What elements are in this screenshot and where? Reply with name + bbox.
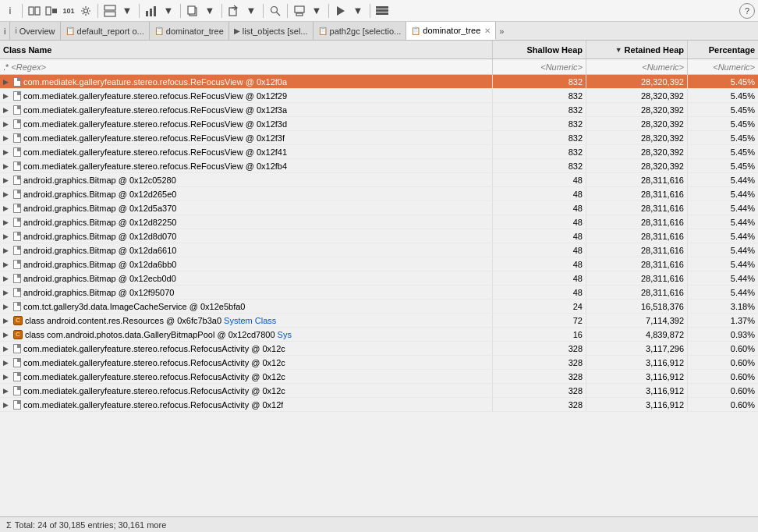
row-expand-4[interactable]: ▶ (3, 134, 11, 142)
help-button[interactable]: ? (739, 3, 755, 19)
row-expand-19[interactable]: ▶ (3, 345, 11, 353)
table-row[interactable]: ▶android.graphics.Bitmap @ 0x12ecb0d0482… (0, 271, 758, 286)
table-row[interactable]: ▶com.mediatek.galleryfeature.stereo.refo… (0, 89, 758, 103)
table-row[interactable]: ▶com.mediatek.galleryfeature.stereo.refo… (0, 398, 758, 412)
run-icon[interactable] (334, 4, 348, 18)
cell-shallow-3: 832 (493, 117, 586, 130)
col-header-shallow[interactable]: Shallow Heap (493, 41, 586, 59)
filter-class-text[interactable]: <Regex> (11, 62, 46, 72)
row-expand-13[interactable]: ▶ (3, 261, 11, 268)
col-header-retained[interactable]: ▼ Retained Heap (586, 41, 688, 59)
row-expand-9[interactable]: ▶ (3, 204, 11, 212)
table-row[interactable]: ▶com.mediatek.galleryfeature.stereo.refo… (0, 356, 758, 370)
tab-dominator-tree-1[interactable]: 📋 dominator_tree (150, 22, 229, 40)
export2-icon[interactable]: ▼ (244, 4, 258, 18)
table-row[interactable]: ▶android.graphics.Bitmap @ 0x12f95070482… (0, 286, 758, 300)
row-expand-2[interactable]: ▶ (3, 106, 11, 114)
row-expand-1[interactable]: ▶ (3, 92, 11, 100)
layout2-icon[interactable]: ▼ (120, 4, 134, 18)
row-expand-18[interactable]: ▶ (3, 331, 11, 339)
filter-shallow-text[interactable]: <Numeric> (540, 62, 583, 72)
table-row[interactable]: ▶android.graphics.Bitmap @ 0x12d8d070482… (0, 229, 758, 243)
table-row[interactable]: ▶Cclass com.android.photos.data.GalleryB… (0, 328, 758, 342)
class-label-12: android.graphics.Bitmap @ 0x12da6610 (23, 246, 176, 255)
row-expand-20[interactable]: ▶ (3, 359, 11, 367)
tab-default-report[interactable]: 📋 default_report o... (61, 22, 150, 40)
column-headers: Class Name Shallow Heap ▼ Retained Heap … (0, 41, 758, 59)
table-row[interactable]: ▶com.mediatek.galleryfeature.stereo.refo… (0, 131, 758, 145)
cell-retained-7: 28,311,616 (586, 173, 688, 186)
row-expand-12[interactable]: ▶ (3, 246, 11, 254)
table-row[interactable]: ▶com.mediatek.galleryfeature.stereo.refo… (0, 145, 758, 159)
cell-pct-23: 0.60% (688, 398, 758, 411)
row-expand-7[interactable]: ▶ (3, 176, 11, 184)
cell-retained-14: 28,311,616 (586, 271, 688, 285)
sql-icon[interactable]: 101 (62, 4, 76, 18)
cell-shallow-0: 832 (493, 75, 586, 88)
row-expand-23[interactable]: ▶ (3, 401, 11, 409)
cell-shallow-13: 48 (493, 257, 586, 271)
cell-pct-5: 5.45% (688, 145, 758, 158)
tab-list-objects[interactable]: ▶ list_objects [sel... (229, 22, 313, 40)
row-expand-22[interactable]: ▶ (3, 387, 11, 395)
table-row[interactable]: ▶com.mediatek.galleryfeature.stereo.refo… (0, 117, 758, 131)
row-expand-15[interactable]: ▶ (3, 289, 11, 296)
row-expand-8[interactable]: ▶ (3, 190, 11, 198)
tab-path2gc[interactable]: 📋 path2gc [selectio... (313, 22, 407, 40)
search-icon[interactable] (268, 4, 282, 18)
table-row[interactable]: ▶com.tct.gallery3d.data.ImageCacheServic… (0, 300, 758, 314)
heap2-icon[interactable] (44, 4, 58, 18)
row-expand-6[interactable]: ▶ (3, 162, 11, 170)
inspect2-icon[interactable]: ▼ (310, 4, 324, 18)
table-row[interactable]: ▶com.mediatek.galleryfeature.stereo.refo… (0, 370, 758, 384)
table-row[interactable]: ▶android.graphics.Bitmap @ 0x12da6610482… (0, 243, 758, 257)
svg-rect-3 (52, 9, 57, 13)
filter-retained-text[interactable]: <Numeric> (642, 62, 684, 72)
row-expand-0[interactable]: ▶ (3, 78, 11, 86)
chart-icon[interactable] (144, 4, 158, 18)
col-header-class[interactable]: Class Name (0, 41, 493, 59)
table-row[interactable]: ▶android.graphics.Bitmap @ 0x12c05280482… (0, 173, 758, 187)
row-expand-10[interactable]: ▶ (3, 218, 11, 226)
table-row[interactable]: ▶com.mediatek.galleryfeature.stereo.refo… (0, 384, 758, 398)
row-expand-3[interactable]: ▶ (3, 120, 11, 128)
svg-line-14 (277, 12, 281, 16)
inspect-icon[interactable] (292, 4, 306, 18)
cell-shallow-8: 48 (493, 187, 586, 200)
copy-icon[interactable] (186, 4, 200, 18)
tab-overview[interactable]: i Overview (10, 22, 60, 40)
class-label-3: com.mediatek.galleryfeature.stereo.refoc… (23, 119, 287, 129)
row-expand-21[interactable]: ▶ (3, 373, 11, 381)
doc-icon-10 (13, 218, 21, 227)
export-icon[interactable] (227, 4, 241, 18)
table-row[interactable]: ▶android.graphics.Bitmap @ 0x12d82250482… (0, 215, 758, 229)
layout-icon[interactable] (103, 4, 117, 18)
row-expand-5[interactable]: ▶ (3, 148, 11, 156)
tab-dom2-close[interactable]: ✕ (484, 27, 491, 35)
gear-icon[interactable] (79, 4, 93, 18)
table-row[interactable]: ▶com.mediatek.galleryfeature.stereo.refo… (0, 75, 758, 89)
table-row[interactable]: ▶android.graphics.Bitmap @ 0x12d265e0482… (0, 187, 758, 201)
row-expand-16[interactable]: ▶ (3, 303, 11, 310)
cell-retained-15: 28,311,616 (586, 286, 688, 299)
run2-icon[interactable]: ▼ (351, 4, 365, 18)
chart2-icon[interactable]: ▼ (161, 4, 175, 18)
row-expand-14[interactable]: ▶ (3, 275, 11, 282)
table-row[interactable]: ▶android.graphics.Bitmap @ 0x12d5a370482… (0, 201, 758, 215)
tab-path-icon: 📋 (318, 27, 328, 35)
filter-pct-text[interactable]: <Numeric> (713, 62, 755, 72)
table-row[interactable]: ▶com.mediatek.galleryfeature.stereo.refo… (0, 342, 758, 356)
table-row[interactable]: ▶android.graphics.Bitmap @ 0x12da6bb0482… (0, 257, 758, 271)
copy2-icon[interactable]: ▼ (203, 4, 217, 18)
table-row[interactable]: ▶com.mediatek.galleryfeature.stereo.refo… (0, 159, 758, 173)
tab-overflow[interactable]: » (496, 22, 507, 40)
table-row[interactable]: ▶Cclass android.content.res.Resources @ … (0, 314, 758, 328)
heap-icon[interactable] (27, 4, 41, 18)
row-expand-17[interactable]: ▶ (3, 317, 11, 325)
bars-icon[interactable] (375, 4, 389, 18)
tab-dominator-tree-2[interactable]: 📋 dominator_tree ✕ (406, 22, 496, 40)
row-expand-11[interactable]: ▶ (3, 232, 11, 240)
col-header-pct[interactable]: Percentage (688, 41, 758, 59)
table-row[interactable]: ▶com.mediatek.galleryfeature.stereo.refo… (0, 103, 758, 117)
info-icon[interactable]: i (3, 4, 17, 18)
